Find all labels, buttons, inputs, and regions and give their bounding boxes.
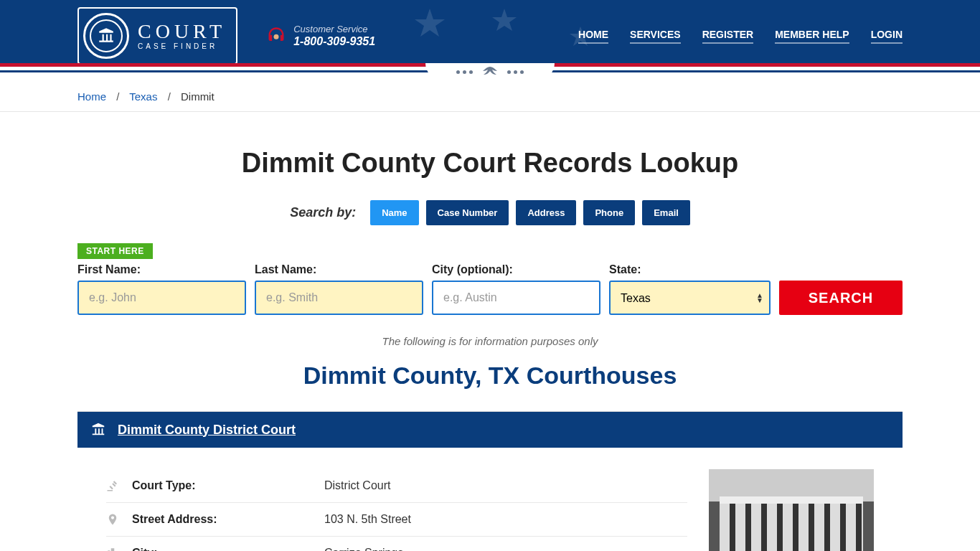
cs-label: Customer Service — [293, 24, 375, 35]
last-name-label: Last Name: — [255, 263, 423, 276]
city-icon — [106, 547, 119, 551]
last-name-input[interactable] — [255, 281, 423, 315]
detail-label: City: — [132, 547, 311, 551]
page-title: Dimmit County Court Records Lookup — [77, 148, 903, 179]
city-input[interactable] — [432, 281, 600, 315]
detail-row: Court Type: District Court — [106, 469, 687, 503]
start-here-badge: START HERE — [77, 243, 153, 259]
nav-member-help[interactable]: MEMBER HELP — [775, 29, 849, 44]
breadcrumb-bar: Home / Texas / Dimmit — [0, 72, 980, 112]
section-title: Dimmit County, TX Courthouses — [77, 362, 903, 390]
tab-email[interactable]: Email — [642, 200, 690, 225]
star-decoration — [490, 7, 519, 36]
tab-phone[interactable]: Phone — [583, 200, 635, 225]
nav-services[interactable]: SERVICES — [630, 29, 681, 44]
detail-value: District Court — [324, 479, 390, 492]
court-details: Court Type: District Court Street Addres… — [106, 469, 687, 551]
first-name-input[interactable] — [77, 281, 246, 315]
customer-service: Customer Service 1-800-309-9351 — [266, 24, 375, 49]
site-header: COURT CASE FINDER Customer Service 1-800… — [0, 0, 980, 72]
logo-text: COURT — [138, 22, 226, 42]
detail-value: 103 N. 5th Street — [324, 513, 411, 526]
city-label: City (optional): — [432, 263, 600, 276]
main-nav: HOME SERVICES REGISTER MEMBER HELP LOGIN — [578, 29, 903, 44]
state-label: State: — [609, 263, 771, 276]
breadcrumb-home[interactable]: Home — [77, 90, 106, 103]
gavel-icon — [106, 479, 119, 492]
breadcrumb-current: Dimmit — [181, 90, 215, 103]
breadcrumb-sep: / — [116, 90, 119, 103]
disclaimer-text: The following is for information purpose… — [77, 335, 903, 347]
first-name-label: First Name: — [77, 263, 246, 276]
detail-row: Street Address: 103 N. 5th Street — [106, 503, 687, 537]
pin-icon — [106, 513, 119, 526]
nav-login[interactable]: LOGIN — [871, 29, 903, 44]
court-name-link[interactable]: Dimmit County District Court — [118, 423, 296, 438]
tab-name[interactable]: Name — [370, 200, 418, 225]
court-card: Dimmit County District Court Court Type:… — [77, 411, 903, 551]
logo-seal-icon — [83, 13, 129, 59]
search-button[interactable]: SEARCH — [779, 281, 903, 315]
cs-phone: 1-800-309-9351 — [293, 34, 375, 48]
search-by-label: Search by: — [290, 205, 356, 220]
svg-point-0 — [274, 34, 279, 39]
detail-label: Court Type: — [132, 479, 311, 492]
courthouse-icon — [90, 422, 106, 438]
headset-icon — [266, 26, 286, 46]
star-decoration — [412, 7, 448, 43]
search-by-row: Search by: Name Case Number Address Phon… — [77, 200, 903, 225]
tab-address[interactable]: Address — [516, 200, 576, 225]
breadcrumb: Home / Texas / Dimmit — [70, 82, 910, 111]
search-form: First Name: Last Name: City (optional): … — [77, 263, 903, 315]
detail-row: City: Carrizo Springs — [106, 537, 687, 551]
state-select[interactable]: Texas — [609, 281, 771, 315]
tab-case-number[interactable]: Case Number — [426, 200, 509, 225]
nav-register[interactable]: REGISTER — [702, 29, 754, 44]
detail-label: Street Address: — [132, 513, 311, 526]
breadcrumb-state[interactable]: Texas — [129, 90, 157, 103]
star-decoration — [568, 25, 593, 50]
court-card-header: Dimmit County District Court — [77, 412, 903, 448]
court-photo — [709, 469, 874, 551]
breadcrumb-sep: / — [168, 90, 171, 103]
logo-subtext: CASE FINDER — [138, 43, 226, 50]
detail-value: Carrizo Springs — [324, 547, 403, 551]
site-logo[interactable]: COURT CASE FINDER — [77, 7, 237, 65]
